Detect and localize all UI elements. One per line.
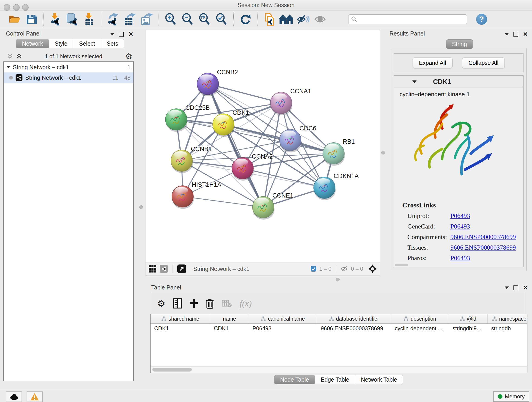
tab-network[interactable]: Network <box>16 39 49 48</box>
panel-close-icon[interactable]: ✕ <box>128 31 133 37</box>
warnings-button[interactable] <box>27 391 43 402</box>
network-node-CCNB2[interactable] <box>197 73 219 96</box>
zoom-selected-button[interactable] <box>214 12 229 26</box>
network-row[interactable]: String Network – cdk1 11 48 <box>4 72 133 83</box>
network-node-CCNA1[interactable] <box>270 92 292 115</box>
hidden-eye-icon <box>340 266 348 272</box>
left-splitter-handle[interactable] <box>139 205 143 209</box>
network-collection-row[interactable]: String Network – cdk1 1 <box>4 62 133 72</box>
crosslink-link[interactable]: P06493 <box>450 212 470 220</box>
columns-icon[interactable] <box>173 298 182 308</box>
panel-close-icon[interactable]: ✕ <box>523 285 528 291</box>
network-svg[interactable]: CCNB2CCNA1CDC25BCDK1CDC6RB1CCNB1CCNA2CDK… <box>146 30 380 262</box>
add-column-icon[interactable] <box>190 298 198 308</box>
panel-float-icon[interactable] <box>119 32 124 37</box>
panel-close-icon[interactable]: ✕ <box>523 31 528 37</box>
column-header[interactable]: database identifier <box>317 314 391 323</box>
toolbar-search[interactable] <box>348 14 467 24</box>
panel-collapse-icon[interactable] <box>505 287 509 289</box>
crosslink-link[interactable]: 9606.ENSP00000378699 <box>450 233 516 241</box>
zoom-in-button[interactable] <box>163 12 178 26</box>
network-node-CDKN1A[interactable] <box>314 177 336 200</box>
crosslink-link[interactable]: P06493 <box>450 254 470 262</box>
network-node-CCNE1[interactable] <box>253 196 274 220</box>
open-in-new-window-button[interactable] <box>177 264 186 273</box>
table-settings-gear-icon[interactable]: ⚙ <box>157 298 165 309</box>
network-view[interactable]: CCNB2CCNA1CDC25BCDK1CDC6RB1CCNB1CCNA2CDK… <box>145 30 380 275</box>
node-section-header[interactable]: CDK1 <box>394 76 523 88</box>
tab-style[interactable]: Style <box>49 39 74 48</box>
crosslink-row: Pharos:P06493 <box>407 254 516 265</box>
save-session-button[interactable] <box>24 12 39 26</box>
import-network-database-button[interactable] <box>65 12 80 26</box>
table-horizontal-scrollbar[interactable] <box>151 366 527 373</box>
cloud-status-button[interactable] <box>6 391 22 402</box>
search-input[interactable] <box>360 16 464 23</box>
crosslink-label: Compartments: <box>407 233 450 241</box>
right-splitter-handle[interactable] <box>381 151 385 154</box>
column-header[interactable]: namespace <box>488 314 527 323</box>
crosslinks-block: CrossLinks Uniprot:P06493GeneCard:P06493… <box>402 201 516 265</box>
fit-selected-target-icon[interactable] <box>368 264 377 273</box>
hide-selected-button[interactable] <box>296 12 310 26</box>
birdseye-grid-icon[interactable] <box>149 265 157 273</box>
tab-string[interactable]: String <box>446 39 473 49</box>
panel-float-icon[interactable] <box>513 32 518 37</box>
panel-collapse-icon[interactable] <box>110 33 114 36</box>
table-row[interactable]: CDK1CDK1P064939606.ENSP00000378699cyclin… <box>151 324 527 333</box>
zoom-out-button[interactable] <box>180 12 195 26</box>
gear-icon[interactable]: ⚙ <box>125 51 133 61</box>
horizontal-splitter-handle[interactable] <box>336 278 340 281</box>
import-network-file-button[interactable] <box>48 12 63 26</box>
column-header[interactable]: shared name <box>151 314 210 323</box>
panel-collapse-icon[interactable] <box>505 33 509 36</box>
collapse-all-button[interactable]: Collapse All <box>462 57 505 68</box>
selected-checkbox-icon[interactable] <box>310 266 317 272</box>
table-panel: Table Panel ✕ ⚙ f(x) shared namenamecano… <box>145 284 532 390</box>
show-all-button[interactable] <box>313 12 327 26</box>
delete-column-trash-icon[interactable] <box>206 298 214 309</box>
export-image-button[interactable] <box>139 12 154 26</box>
tab-select[interactable]: Select <box>73 39 101 48</box>
export-network-button[interactable] <box>106 12 120 26</box>
help-icon: ? <box>479 15 484 24</box>
import-table-file-button[interactable] <box>82 12 96 26</box>
column-header[interactable]: name <box>210 314 249 323</box>
new-network-from-selection-button[interactable] <box>262 12 277 26</box>
section-scrollbar-thumb[interactable] <box>395 264 408 266</box>
expand-all-button[interactable]: Expand All <box>413 57 452 68</box>
tab-network-table[interactable]: Network Table <box>355 375 403 384</box>
network-node-RB1[interactable] <box>323 143 345 166</box>
network-share-icon[interactable] <box>160 265 168 273</box>
panel-float-icon[interactable] <box>513 285 518 290</box>
import-table-icon <box>84 13 94 26</box>
network-node-CDC25B[interactable] <box>165 109 187 132</box>
tab-edge-table[interactable]: Edge Table <box>315 375 355 384</box>
network-node-CDC6[interactable] <box>279 129 302 153</box>
export-table-button[interactable] <box>123 12 137 26</box>
first-neighbors-button[interactable] <box>279 12 293 26</box>
fit-content-button[interactable] <box>197 12 212 26</box>
tree-expander-icon[interactable] <box>6 66 10 68</box>
column-header[interactable]: description <box>391 314 449 323</box>
column-header[interactable]: canonical name <box>249 314 317 323</box>
network-node-HIST1H1A[interactable] <box>172 186 194 209</box>
network-node-CCNB1[interactable] <box>171 150 193 173</box>
memory-button[interactable]: Memory <box>493 391 529 402</box>
help-button[interactable]: ? <box>476 14 487 25</box>
network-node-CDK1[interactable] <box>213 114 234 137</box>
toolbar-separator <box>43 13 44 26</box>
open-session-button[interactable] <box>7 12 22 26</box>
table-body: CDK1CDK1P064939606.ENSP00000378699cyclin… <box>151 324 527 333</box>
crosslink-link[interactable]: P06493 <box>450 223 470 230</box>
network-node-CCNA2[interactable] <box>232 157 254 181</box>
scrollbar-thumb[interactable] <box>152 368 192 371</box>
column-header[interactable]: @id <box>449 314 488 323</box>
tab-sets[interactable]: Sets <box>101 39 124 48</box>
tab-node-table[interactable]: Node Table <box>274 375 315 384</box>
expand-all-tree-icon[interactable] <box>7 53 13 60</box>
apply-layout-button[interactable] <box>238 12 253 26</box>
collapse-all-tree-icon[interactable] <box>16 53 22 60</box>
crosslink-link[interactable]: 9606.ENSP00000378699 <box>450 244 516 251</box>
section-expander-icon[interactable] <box>412 80 417 83</box>
